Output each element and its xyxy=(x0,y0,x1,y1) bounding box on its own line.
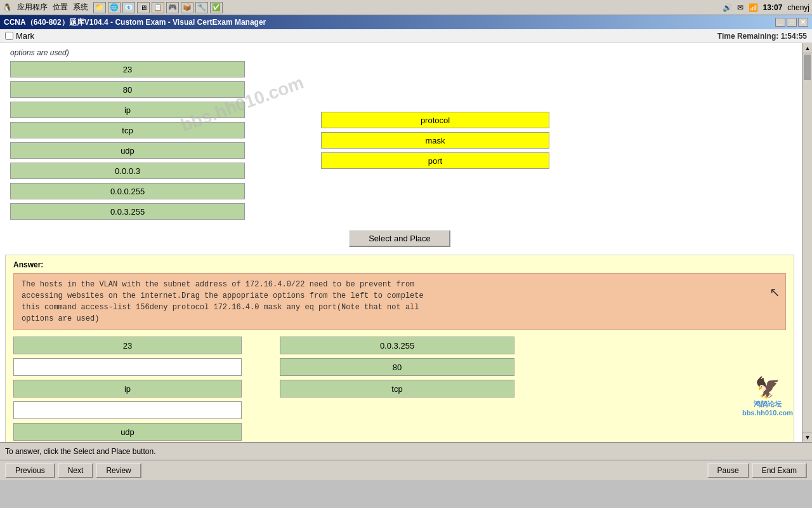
app-icon-6[interactable]: 🎮 xyxy=(166,2,179,13)
answer-right-column: 0.0.3.255 80 tcp xyxy=(280,337,514,442)
menu-location[interactable]: 位置 xyxy=(53,2,68,13)
app-icon-8[interactable]: 🔧 xyxy=(195,2,208,13)
option-00255[interactable]: 0.0.0.255 xyxy=(10,183,245,199)
taskbar-top: 🐧 应用程序 位置 系统 📁 🌐 📧 🖥 📋 🎮 📦 🔧 ✅ 🔊 ✉ 📶 13:… xyxy=(0,0,812,15)
options-area: bbs.hh010.com 23 80 ip tcp udp 0.0.0.3 0… xyxy=(10,61,789,220)
answer-section: Answer: The hosts in the VLAN with the s… xyxy=(5,255,794,442)
answer-columns: 23 ip udp 0.0.0.3 0.0.0.255 0.0.3.255 80… xyxy=(13,337,786,442)
answer-item-empty1[interactable] xyxy=(13,358,242,376)
sys-icons: 📁 🌐 📧 🖥 📋 🎮 📦 🔧 ✅ xyxy=(93,2,223,13)
app-icon-4[interactable]: 🖥 xyxy=(137,2,150,13)
window-title: CCNA（640-802）题库V104.4 - Custom Exam - Vi… xyxy=(4,17,775,28)
app-icon-9[interactable]: ✅ xyxy=(210,2,223,13)
answer-item-ip[interactable]: ip xyxy=(13,380,242,398)
app-icon-2[interactable]: 🌐 xyxy=(108,2,121,13)
maximize-button[interactable]: □ xyxy=(787,18,797,27)
option-0003[interactable]: 0.0.0.3 xyxy=(10,163,245,179)
nav-bar: Previous Next Review Pause End Exam xyxy=(0,460,812,480)
options-text: options are used) xyxy=(10,48,789,57)
option-80[interactable]: 80 xyxy=(10,81,245,98)
app-icon-5[interactable]: 📋 xyxy=(152,2,164,13)
previous-button[interactable]: Previous xyxy=(5,463,55,478)
pause-button[interactable]: Pause xyxy=(707,463,749,478)
volume-icon[interactable]: 🔊 xyxy=(723,3,732,12)
option-003255[interactable]: 0.0.3.255 xyxy=(10,203,245,220)
app-icon-3[interactable]: 📧 xyxy=(122,2,135,13)
right-slots-panel: protocol mask port xyxy=(321,112,549,220)
option-ip[interactable]: ip xyxy=(10,102,245,118)
email-icon[interactable]: ✉ xyxy=(737,3,743,12)
answer-description: The hosts in the VLAN with the subnet ad… xyxy=(13,273,786,330)
app-icon-1[interactable]: 📁 xyxy=(93,2,106,13)
answer-item-empty2[interactable] xyxy=(13,401,242,419)
review-button[interactable]: Review xyxy=(96,463,141,478)
end-exam-button[interactable]: End Exam xyxy=(752,463,807,478)
main-content: ▲ ▼ options are used) bbs.hh010.com 23 8… xyxy=(0,43,812,442)
option-23[interactable]: 23 xyxy=(10,61,245,77)
answer-item-23[interactable]: 23 xyxy=(13,337,242,354)
user-name: chenyj xyxy=(787,3,809,12)
answer-label: Answer: xyxy=(13,260,786,269)
window-controls: _ □ ✕ xyxy=(775,18,808,27)
left-options-panel: 23 80 ip tcp udp 0.0.0.3 0.0.0.255 0.0.3… xyxy=(10,61,245,220)
answer-slot-80[interactable]: 80 xyxy=(280,358,514,376)
slot-port[interactable]: port xyxy=(321,152,549,169)
minimize-button[interactable]: _ xyxy=(775,18,785,27)
answer-slot-003255[interactable]: 0.0.3.255 xyxy=(280,337,514,354)
menu-apps[interactable]: 应用程序 xyxy=(17,2,48,13)
option-udp[interactable]: udp xyxy=(10,142,245,159)
answer-left-column: 23 ip udp 0.0.0.3 0.0.0.255 xyxy=(13,337,242,442)
status-text: To answer, click the Select and Place bu… xyxy=(5,447,155,456)
clock: 13:07 xyxy=(763,3,783,12)
slot-protocol[interactable]: protocol xyxy=(321,112,549,128)
taskbar-right: 🔊 ✉ 📶 13:07 chenyj xyxy=(723,3,809,12)
mark-area: Mark xyxy=(5,31,34,41)
time-remaining-value: 1:54:55 xyxy=(781,32,807,41)
start-icon[interactable]: 🐧 xyxy=(3,3,12,12)
app-icon-7[interactable]: 📦 xyxy=(181,2,193,13)
time-remaining-label: Time Remaining: xyxy=(717,32,778,41)
scroll-up-button[interactable]: ▲ xyxy=(802,43,812,53)
menu-system[interactable]: 系统 xyxy=(73,2,88,13)
nav-bar-right: Pause End Exam xyxy=(707,463,807,478)
top-info-bar: Mark Time Remaining: 1:54:55 xyxy=(0,29,812,43)
option-tcp[interactable]: tcp xyxy=(10,122,245,138)
answer-item-udp[interactable]: udp xyxy=(13,423,242,441)
answer-slot-tcp[interactable]: tcp xyxy=(280,380,514,398)
status-bar: To answer, click the Select and Place bu… xyxy=(0,442,812,460)
next-button[interactable]: Next xyxy=(58,463,94,478)
select-and-place-button[interactable]: Select and Place xyxy=(349,230,450,247)
mark-label: Mark xyxy=(16,31,34,41)
window-titlebar: CCNA（640-802）题库V104.4 - Custom Exam - Vi… xyxy=(0,15,812,29)
close-button[interactable]: ✕ xyxy=(798,18,808,27)
wifi-icon[interactable]: 📶 xyxy=(749,3,758,12)
sys-menu: 应用程序 位置 系统 xyxy=(17,2,88,13)
mark-checkbox[interactable] xyxy=(5,32,13,40)
scroll-down-button[interactable]: ▼ xyxy=(802,432,812,442)
scroll-thumb[interactable] xyxy=(804,55,811,80)
slot-mask[interactable]: mask xyxy=(321,132,549,149)
time-remaining: Time Remaining: 1:54:55 xyxy=(717,32,807,41)
